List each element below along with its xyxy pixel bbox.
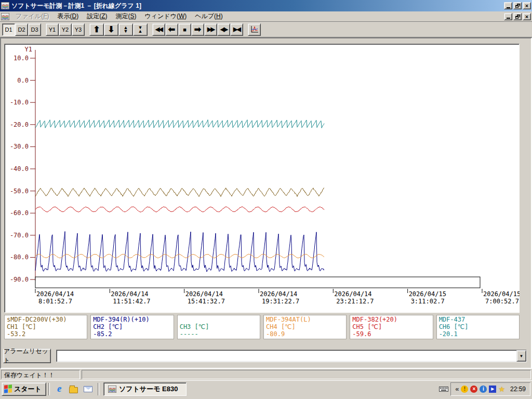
alarm-reset-button[interactable]: アラームリセット — [3, 349, 51, 363]
alarm-row: アラームリセット ▼ — [3, 347, 527, 365]
compress-horizontal-icon: ▶◀ — [233, 26, 240, 33]
menu-measure[interactable]: 測定(S) — [111, 11, 140, 22]
close-button[interactable]: × — [523, 2, 531, 9]
channel-label: sMDF-DC200V(+30) — [7, 316, 85, 323]
channel-label: MDF-394AT(L) — [266, 316, 344, 323]
collapse-chevron-icon[interactable]: « — [455, 385, 459, 393]
expand-horizontal-button[interactable]: ◀▶ — [217, 23, 230, 36]
fast-forward-button[interactable]: ▶▶ — [204, 23, 217, 36]
restore-button[interactable] — [513, 2, 522, 9]
svg-text:-70.0: -70.0 — [10, 232, 29, 239]
taskbar-divider — [98, 383, 99, 395]
channel-name: CH5 [℃] — [352, 323, 430, 330]
line-chart: Y110.00.0-10.0-20.0-30.0-40.0-50.0-60.0-… — [5, 45, 520, 311]
quick-launch: e — [52, 384, 96, 394]
chevron-down-icon: ▼ — [520, 354, 524, 358]
start-label: スタート — [14, 384, 42, 394]
svg-text:3:11:02.7: 3:11:02.7 — [411, 298, 445, 305]
system-tray: « ! × i ▶ ★ 22:59 — [450, 382, 530, 396]
graph-view-button[interactable] — [248, 23, 261, 36]
svg-text:2026/04/14: 2026/04/14 — [36, 290, 74, 298]
measurement-running-icon[interactable]: ▶ — [489, 385, 496, 393]
svg-text:-80.0: -80.0 — [10, 254, 29, 261]
minimize-button[interactable] — [504, 2, 512, 9]
channel-name: CH1 [℃] — [7, 323, 85, 330]
svg-text:15:41:32.7: 15:41:32.7 — [188, 298, 225, 305]
d3-button[interactable]: D3 — [28, 23, 41, 36]
app-icon — [1, 2, 9, 9]
legend-cell-ch6: MDF-437 CH6 [℃] -20.1 — [436, 315, 520, 339]
legend-cell-ch4: MDF-394AT(L) CH4 [℃] -80.9 — [263, 315, 347, 339]
task-button-softthermo[interactable]: ソフトサーモ E830 — [103, 382, 187, 396]
title-bar: ソフトサーモ計測－計測1 － [折れ線グラフ 1] × — [0, 0, 532, 11]
close-icon: × — [525, 3, 528, 8]
legend-cell-ch1: sMDF-DC200V(+30) CH1 [℃] -53.2 — [4, 315, 87, 339]
taskbar-divider — [48, 383, 50, 395]
scroll-up-button[interactable]: ⬆ — [89, 23, 104, 36]
menu-window[interactable]: ウィンドウ(W) — [141, 11, 191, 22]
task-label: ソフトサーモ E830 — [119, 384, 178, 394]
channel-name: CH6 [℃] — [439, 323, 517, 330]
y3-button[interactable]: Y3 — [72, 23, 85, 36]
rewind-button[interactable]: ◀◀ — [152, 23, 165, 36]
expand-vertical-button[interactable]: ▲ ▼ — [118, 23, 133, 36]
expand-horizontal-icon: ◀▶ — [220, 26, 227, 33]
system-tray-area: « ! × i ▶ ★ 22:59 — [437, 382, 530, 396]
svg-text:-60.0: -60.0 — [10, 209, 29, 217]
up-arrow-icon: ⬆ — [93, 25, 100, 34]
start-button[interactable]: スタート — [2, 382, 46, 396]
stop-icon: ■ — [183, 26, 187, 33]
svg-text:Y1: Y1 — [25, 46, 32, 53]
status-bar: 保存ウェイト！！ — [0, 369, 532, 380]
security-alert-icon[interactable]: × — [470, 385, 477, 393]
outlook-express-icon[interactable] — [83, 384, 94, 394]
menu-file[interactable]: ファイル(F) — [11, 11, 53, 22]
y2-button[interactable]: Y2 — [59, 23, 72, 36]
info-notification-icon[interactable]: i — [480, 385, 487, 393]
mdi-restore-button[interactable] — [513, 13, 522, 20]
svg-text:2026/04/14: 2026/04/14 — [334, 290, 371, 298]
stop-button[interactable]: ■ — [178, 23, 191, 36]
svg-text:23:21:12.7: 23:21:12.7 — [336, 298, 374, 305]
keyboard-layout-icon[interactable] — [439, 386, 448, 392]
alarm-combo-dropdown-button[interactable]: ▼ — [516, 350, 526, 362]
mdi-minimize-button[interactable] — [504, 13, 512, 20]
expand-vertical-icon: ▲ ▼ — [124, 26, 128, 33]
scroll-left-button[interactable]: ⬅ — [165, 23, 178, 36]
svg-text:-10.0: -10.0 — [10, 99, 29, 106]
window-title: ソフトサーモ計測－計測1 － [折れ線グラフ 1] — [11, 2, 503, 10]
app-icon — [108, 385, 116, 393]
y1-button[interactable]: Y1 — [46, 23, 59, 36]
alarm-combo-value[interactable] — [57, 350, 516, 362]
minimize-icon — [507, 18, 510, 19]
mdi-close-button[interactable]: × — [523, 13, 531, 20]
right-arrow-icon: ➡ — [194, 25, 201, 34]
show-desktop-icon[interactable] — [69, 384, 79, 394]
channel-name: CH4 [℃] — [266, 323, 344, 330]
compress-horizontal-button[interactable]: ▶◀ — [230, 23, 243, 36]
scroll-down-button[interactable]: ⬇ — [104, 23, 118, 36]
svg-text:2026/04/15: 2026/04/15 — [483, 290, 520, 298]
channel-name: CH2 [℃] — [93, 323, 171, 330]
d2-button[interactable]: D2 — [15, 23, 28, 36]
favorites-tray-icon[interactable]: ★ — [498, 385, 505, 393]
alarm-combo-box[interactable]: ▼ — [56, 350, 527, 362]
channel-value: -80.9 — [266, 330, 344, 338]
menu-bar: ファイル(F) 表示(D) 設定(Z) 測定(S) ウィンドウ(W) ヘルプ(H… — [0, 11, 532, 22]
d1-button[interactable]: D1 — [2, 23, 15, 36]
svg-text:2026/04/14: 2026/04/14 — [260, 290, 297, 298]
toolbar: D1 D2 D3 Y1 Y2 Y3 ⬆ ⬇ ▲ ▼ ▼ ▲ ◀◀ ⬅ ■ ➡ ▶… — [0, 22, 532, 37]
menu-view[interactable]: 表示(D) — [53, 11, 83, 22]
svg-text:-90.0: -90.0 — [10, 276, 29, 283]
menu-help[interactable]: ヘルプ(H) — [191, 11, 227, 22]
channel-value: ----- — [180, 330, 258, 338]
internet-explorer-icon[interactable]: e — [54, 384, 64, 394]
security-warning-icon[interactable]: ! — [461, 385, 468, 393]
menu-settings[interactable]: 設定(Z) — [83, 11, 111, 22]
svg-text:-20.0: -20.0 — [10, 121, 29, 128]
compress-vertical-button[interactable]: ▼ ▲ — [133, 23, 148, 36]
chart-panel: Y110.00.0-10.0-20.0-30.0-40.0-50.0-60.0-… — [4, 44, 520, 313]
svg-text:-30.0: -30.0 — [10, 143, 29, 150]
scroll-right-button[interactable]: ➡ — [191, 23, 204, 36]
svg-text:19:31:22.7: 19:31:22.7 — [262, 298, 299, 305]
